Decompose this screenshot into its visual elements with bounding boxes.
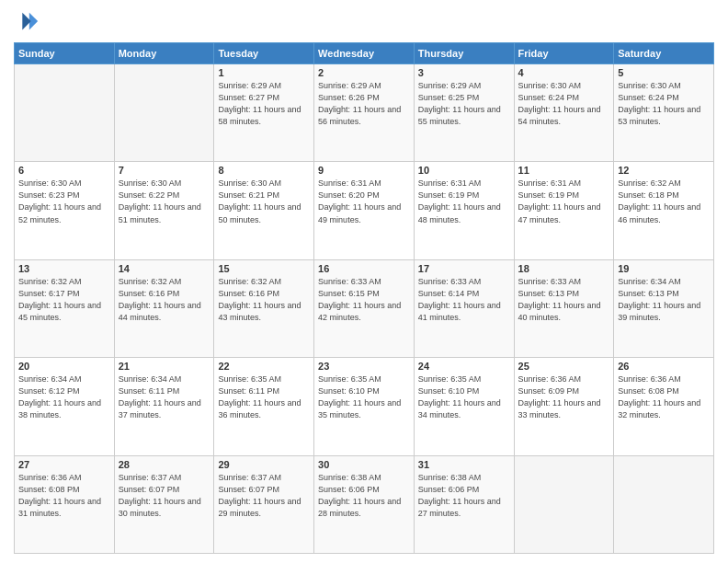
day-info: Sunrise: 6:31 AM Sunset: 6:19 PM Dayligh…	[418, 178, 510, 225]
weekday-header: Friday	[514, 43, 614, 64]
calendar-cell	[514, 455, 614, 553]
day-info: Sunrise: 6:36 AM Sunset: 6:09 PM Dayligh…	[518, 373, 610, 421]
calendar-cell: 23Sunrise: 6:35 AM Sunset: 6:10 PM Dayli…	[314, 358, 415, 455]
calendar-cell: 19Sunrise: 6:34 AM Sunset: 6:13 PM Dayli…	[614, 259, 714, 357]
calendar-cell: 13Sunrise: 6:32 AM Sunset: 6:17 PM Dayli…	[15, 259, 115, 357]
calendar-cell: 29Sunrise: 6:37 AM Sunset: 6:07 PM Dayli…	[214, 455, 314, 553]
day-info: Sunrise: 6:36 AM Sunset: 6:08 PM Dayligh…	[18, 472, 110, 520]
day-info: Sunrise: 6:35 AM Sunset: 6:10 PM Dayligh…	[418, 373, 510, 421]
calendar-cell: 31Sunrise: 6:38 AM Sunset: 6:06 PM Dayli…	[414, 455, 514, 553]
logo-icon	[14, 9, 40, 35]
day-info: Sunrise: 6:29 AM Sunset: 6:27 PM Dayligh…	[218, 80, 310, 128]
day-info: Sunrise: 6:30 AM Sunset: 6:21 PM Dayligh…	[218, 178, 310, 225]
weekday-header: Tuesday	[214, 43, 314, 64]
day-number: 6	[18, 165, 110, 176]
day-number: 24	[418, 361, 510, 372]
calendar-cell: 9Sunrise: 6:31 AM Sunset: 6:20 PM Daylig…	[314, 162, 415, 259]
day-number: 13	[18, 263, 110, 274]
calendar-week-row: 20Sunrise: 6:34 AM Sunset: 6:12 PM Dayli…	[15, 358, 714, 455]
day-number: 2	[318, 67, 410, 78]
weekday-header: Monday	[114, 43, 214, 64]
day-info: Sunrise: 6:33 AM Sunset: 6:15 PM Dayligh…	[318, 276, 410, 324]
day-number: 30	[318, 459, 410, 470]
day-number: 16	[318, 263, 410, 274]
calendar-cell: 12Sunrise: 6:32 AM Sunset: 6:18 PM Dayli…	[614, 162, 714, 259]
calendar-cell: 17Sunrise: 6:33 AM Sunset: 6:14 PM Dayli…	[414, 259, 514, 357]
calendar-cell: 21Sunrise: 6:34 AM Sunset: 6:11 PM Dayli…	[114, 358, 214, 455]
calendar-cell: 10Sunrise: 6:31 AM Sunset: 6:19 PM Dayli…	[414, 162, 514, 259]
day-number: 9	[318, 165, 410, 176]
weekday-header: Sunday	[15, 43, 115, 64]
day-info: Sunrise: 6:30 AM Sunset: 6:24 PM Dayligh…	[518, 80, 610, 128]
calendar-cell: 6Sunrise: 6:30 AM Sunset: 6:23 PM Daylig…	[15, 162, 115, 259]
day-number: 11	[518, 165, 610, 176]
calendar-table: SundayMondayTuesdayWednesdayThursdayFrid…	[14, 42, 714, 554]
day-number: 31	[418, 459, 510, 470]
day-info: Sunrise: 6:34 AM Sunset: 6:12 PM Dayligh…	[18, 373, 110, 421]
page: SundayMondayTuesdayWednesdayThursdayFrid…	[0, 0, 728, 563]
calendar-cell: 30Sunrise: 6:38 AM Sunset: 6:06 PM Dayli…	[314, 455, 415, 553]
day-info: Sunrise: 6:35 AM Sunset: 6:10 PM Dayligh…	[318, 373, 410, 421]
calendar-cell	[15, 64, 115, 162]
day-info: Sunrise: 6:36 AM Sunset: 6:08 PM Dayligh…	[618, 373, 710, 421]
calendar-cell: 24Sunrise: 6:35 AM Sunset: 6:10 PM Dayli…	[414, 358, 514, 455]
calendar-week-row: 6Sunrise: 6:30 AM Sunset: 6:23 PM Daylig…	[15, 162, 714, 259]
day-number: 23	[318, 361, 410, 372]
day-number: 8	[218, 165, 310, 176]
day-info: Sunrise: 6:37 AM Sunset: 6:07 PM Dayligh…	[218, 472, 310, 520]
calendar-cell: 4Sunrise: 6:30 AM Sunset: 6:24 PM Daylig…	[514, 64, 614, 162]
day-info: Sunrise: 6:33 AM Sunset: 6:13 PM Dayligh…	[518, 276, 610, 324]
day-info: Sunrise: 6:29 AM Sunset: 6:25 PM Dayligh…	[418, 80, 510, 128]
day-number: 3	[418, 67, 510, 78]
day-number: 5	[618, 67, 710, 78]
day-info: Sunrise: 6:32 AM Sunset: 6:18 PM Dayligh…	[618, 178, 710, 225]
calendar-cell: 27Sunrise: 6:36 AM Sunset: 6:08 PM Dayli…	[15, 455, 115, 553]
calendar-week-row: 1Sunrise: 6:29 AM Sunset: 6:27 PM Daylig…	[15, 64, 714, 162]
calendar-cell: 5Sunrise: 6:30 AM Sunset: 6:24 PM Daylig…	[614, 64, 714, 162]
calendar-cell: 15Sunrise: 6:32 AM Sunset: 6:16 PM Dayli…	[214, 259, 314, 357]
day-number: 20	[18, 361, 110, 372]
day-info: Sunrise: 6:32 AM Sunset: 6:17 PM Dayligh…	[18, 276, 110, 324]
day-number: 25	[518, 361, 610, 372]
calendar-cell: 7Sunrise: 6:30 AM Sunset: 6:22 PM Daylig…	[114, 162, 214, 259]
calendar-cell: 28Sunrise: 6:37 AM Sunset: 6:07 PM Dayli…	[114, 455, 214, 553]
header	[14, 9, 714, 35]
calendar-cell: 26Sunrise: 6:36 AM Sunset: 6:08 PM Dayli…	[614, 358, 714, 455]
weekday-header: Wednesday	[314, 43, 415, 64]
day-info: Sunrise: 6:38 AM Sunset: 6:06 PM Dayligh…	[318, 472, 410, 520]
logo	[14, 9, 43, 35]
calendar-cell: 20Sunrise: 6:34 AM Sunset: 6:12 PM Dayli…	[15, 358, 115, 455]
calendar-week-row: 27Sunrise: 6:36 AM Sunset: 6:08 PM Dayli…	[15, 455, 714, 553]
day-info: Sunrise: 6:32 AM Sunset: 6:16 PM Dayligh…	[119, 276, 210, 324]
weekday-row: SundayMondayTuesdayWednesdayThursdayFrid…	[15, 43, 714, 64]
day-number: 4	[518, 67, 610, 78]
calendar-cell: 18Sunrise: 6:33 AM Sunset: 6:13 PM Dayli…	[514, 259, 614, 357]
day-number: 15	[218, 263, 310, 274]
day-info: Sunrise: 6:34 AM Sunset: 6:11 PM Dayligh…	[119, 373, 210, 421]
calendar-cell: 3Sunrise: 6:29 AM Sunset: 6:25 PM Daylig…	[414, 64, 514, 162]
day-number: 17	[418, 263, 510, 274]
day-info: Sunrise: 6:30 AM Sunset: 6:22 PM Dayligh…	[119, 178, 210, 225]
day-info: Sunrise: 6:33 AM Sunset: 6:14 PM Dayligh…	[418, 276, 510, 324]
calendar-cell: 22Sunrise: 6:35 AM Sunset: 6:11 PM Dayli…	[214, 358, 314, 455]
calendar-cell: 8Sunrise: 6:30 AM Sunset: 6:21 PM Daylig…	[214, 162, 314, 259]
calendar-body: 1Sunrise: 6:29 AM Sunset: 6:27 PM Daylig…	[15, 64, 714, 554]
day-number: 1	[218, 67, 310, 78]
day-info: Sunrise: 6:34 AM Sunset: 6:13 PM Dayligh…	[618, 276, 710, 324]
day-number: 26	[618, 361, 710, 372]
calendar-cell	[114, 64, 214, 162]
calendar-cell	[614, 455, 714, 553]
day-number: 29	[218, 459, 310, 470]
day-number: 12	[618, 165, 710, 176]
day-number: 10	[418, 165, 510, 176]
calendar-cell: 25Sunrise: 6:36 AM Sunset: 6:09 PM Dayli…	[514, 358, 614, 455]
calendar-cell: 14Sunrise: 6:32 AM Sunset: 6:16 PM Dayli…	[114, 259, 214, 357]
calendar-cell: 16Sunrise: 6:33 AM Sunset: 6:15 PM Dayli…	[314, 259, 415, 357]
day-info: Sunrise: 6:35 AM Sunset: 6:11 PM Dayligh…	[218, 373, 310, 421]
calendar-header: SundayMondayTuesdayWednesdayThursdayFrid…	[15, 43, 714, 64]
weekday-header: Thursday	[414, 43, 514, 64]
calendar-cell: 1Sunrise: 6:29 AM Sunset: 6:27 PM Daylig…	[214, 64, 314, 162]
weekday-header: Saturday	[614, 43, 714, 64]
day-number: 21	[119, 361, 210, 372]
day-info: Sunrise: 6:31 AM Sunset: 6:20 PM Dayligh…	[318, 178, 410, 225]
